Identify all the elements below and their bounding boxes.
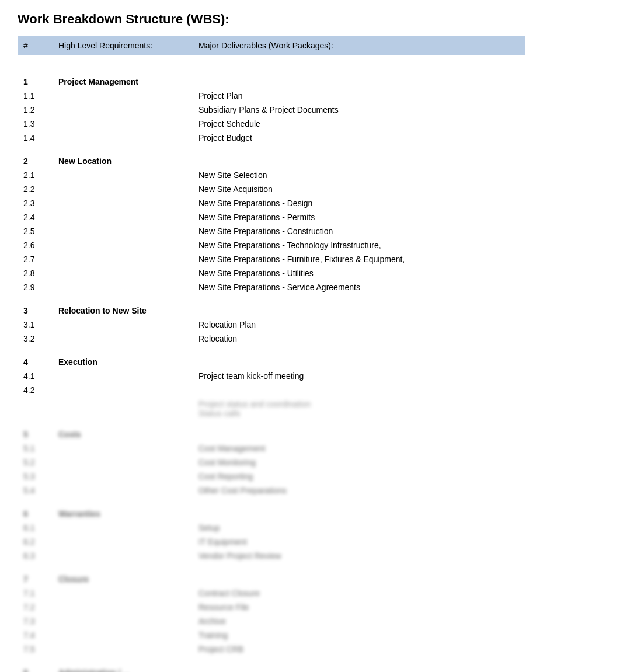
row-1-4: 1.4 Project Budget bbox=[18, 132, 602, 146]
num-4-2: 4.2 bbox=[23, 385, 58, 395]
num-2-1: 2.1 bbox=[23, 170, 58, 180]
del-2-5: New Site Preparations - Construction bbox=[198, 227, 597, 236]
num-2-2: 2.2 bbox=[23, 184, 58, 194]
section-3-category: Relocation to New Site bbox=[58, 306, 198, 315]
num-2-4: 2.4 bbox=[23, 213, 58, 222]
row-2-9: 2.9 New Site Preparations - Service Agre… bbox=[18, 281, 602, 295]
del-1-2: Subsidiary Plans & Project Documents bbox=[198, 105, 597, 114]
del-2-6: New Site Preparations - Technology Infra… bbox=[198, 241, 597, 250]
section-2-category: New Location bbox=[58, 156, 198, 166]
section-1-num: 1 bbox=[23, 77, 58, 86]
num-3-1: 3.1 bbox=[23, 320, 58, 329]
del-2-3: New Site Preparations - Design bbox=[198, 199, 597, 208]
num-1-1: 1.1 bbox=[23, 91, 58, 100]
section-4-num: 4 bbox=[23, 357, 58, 367]
num-1-4: 1.4 bbox=[23, 133, 58, 142]
del-2-9: New Site Preparations - Service Agreemen… bbox=[198, 283, 597, 292]
section-2-header: 2 New Location bbox=[18, 155, 602, 169]
del-1-4: Project Budget bbox=[198, 133, 597, 142]
num-3-2: 3.2 bbox=[23, 334, 58, 343]
row-2-3: 2.3 New Site Preparations - Design bbox=[18, 197, 602, 211]
num-2-9: 2.9 bbox=[23, 283, 58, 292]
section-2-num: 2 bbox=[23, 156, 58, 166]
page-title: Work Breakdown Structure (WBS): bbox=[18, 12, 602, 27]
row-2-8: 2.8 New Site Preparations - Utilities bbox=[18, 267, 602, 281]
row-4-1: 4.1 Project team kick-off meeting bbox=[18, 370, 602, 384]
row-2-6: 2.6 New Site Preparations - Technology I… bbox=[18, 239, 602, 253]
num-1-3: 1.3 bbox=[23, 119, 58, 128]
wbs-body: 1 Project Management 1.1 Project Plan 1.… bbox=[18, 67, 602, 672]
del-3-2: Relocation bbox=[198, 334, 597, 343]
del-1-1: Project Plan bbox=[198, 91, 597, 100]
row-1-3: 1.3 Project Schedule bbox=[18, 118, 602, 132]
section-1-header: 1 Project Management bbox=[18, 76, 602, 90]
row-2-1: 2.1 New Site Selection bbox=[18, 169, 602, 183]
num-4-1: 4.1 bbox=[23, 371, 58, 381]
section-4-header: 4 Execution bbox=[18, 356, 602, 370]
del-2-4: New Site Preparations - Permits bbox=[198, 213, 597, 222]
del-2-1: New Site Selection bbox=[198, 170, 597, 180]
del-3-1: Relocation Plan bbox=[198, 320, 597, 329]
del-1-3: Project Schedule bbox=[198, 119, 597, 128]
header-req: High Level Requirements: bbox=[58, 41, 198, 50]
row-1-1: 1.1 Project Plan bbox=[18, 90, 602, 104]
num-2-6: 2.6 bbox=[23, 241, 58, 250]
section-3-header: 3 Relocation to New Site bbox=[18, 305, 602, 319]
num-2-8: 2.8 bbox=[23, 269, 58, 278]
del-2-7: New Site Preparations - Furniture, Fixtu… bbox=[198, 255, 597, 264]
header-num: # bbox=[23, 41, 58, 50]
row-2-2: 2.2 New Site Acquisition bbox=[18, 183, 602, 197]
row-1-2: 1.2 Subsidiary Plans & Project Documents bbox=[18, 104, 602, 118]
section-3-num: 3 bbox=[23, 306, 58, 315]
num-1-2: 1.2 bbox=[23, 105, 58, 114]
header-del: Major Deliverables (Work Packages): bbox=[198, 41, 520, 50]
num-2-5: 2.5 bbox=[23, 227, 58, 236]
del-2-8: New Site Preparations - Utilities bbox=[198, 269, 597, 278]
row-3-2: 3.2 Relocation bbox=[18, 333, 602, 347]
blurred-area: Project status and coordinationStatus ca… bbox=[18, 398, 602, 672]
row-4-2: 4.2 bbox=[18, 384, 602, 398]
header-row: # High Level Requirements: Major Deliver… bbox=[18, 36, 525, 55]
num-2-7: 2.7 bbox=[23, 255, 58, 264]
row-2-5: 2.5 New Site Preparations - Construction bbox=[18, 225, 602, 239]
row-2-7: 2.7 New Site Preparations - Furniture, F… bbox=[18, 253, 602, 267]
section-4-category: Execution bbox=[58, 357, 198, 367]
del-4-1: Project team kick-off meeting bbox=[198, 371, 597, 381]
num-2-3: 2.3 bbox=[23, 199, 58, 208]
section-1-category: Project Management bbox=[58, 77, 198, 86]
del-2-2: New Site Acquisition bbox=[198, 184, 597, 194]
row-2-4: 2.4 New Site Preparations - Permits bbox=[18, 211, 602, 225]
row-3-1: 3.1 Relocation Plan bbox=[18, 319, 602, 333]
